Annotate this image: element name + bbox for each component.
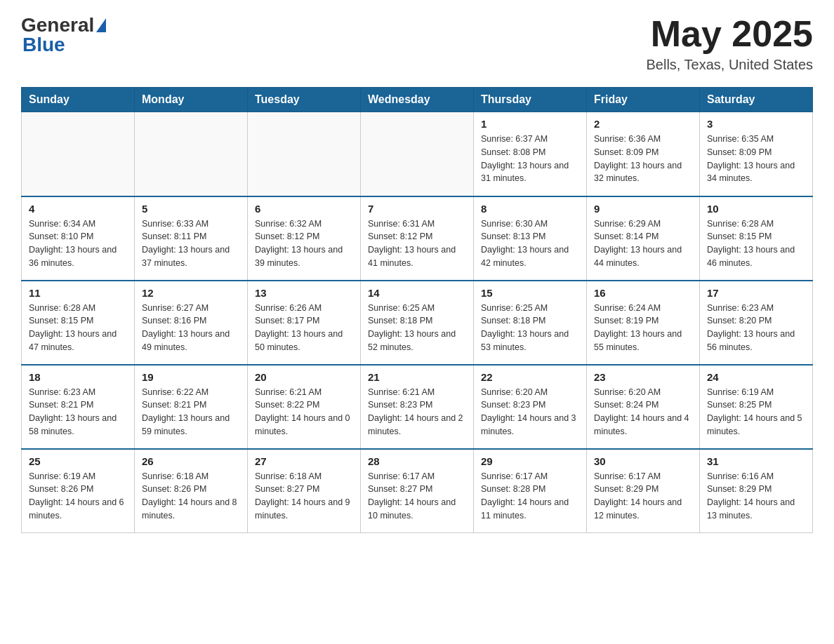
sun-info: Sunrise: 6:27 AM Sunset: 8:16 PM Dayligh… <box>142 302 240 354</box>
day-number: 1 <box>481 118 579 130</box>
sun-info: Sunrise: 6:20 AM Sunset: 8:24 PM Dayligh… <box>594 386 692 438</box>
calendar-day-cell <box>361 112 474 196</box>
day-number: 27 <box>255 455 353 467</box>
calendar-day-cell: 22Sunrise: 6:20 AM Sunset: 8:23 PM Dayli… <box>474 365 587 449</box>
calendar-week-row: 1Sunrise: 6:37 AM Sunset: 8:08 PM Daylig… <box>22 112 813 196</box>
calendar-day-cell <box>135 112 248 196</box>
day-number: 7 <box>368 203 466 215</box>
sun-info: Sunrise: 6:19 AM Sunset: 8:26 PM Dayligh… <box>29 470 127 523</box>
calendar-day-cell <box>248 112 361 196</box>
day-number: 14 <box>368 287 466 299</box>
sun-info: Sunrise: 6:16 AM Sunset: 8:29 PM Dayligh… <box>707 470 805 523</box>
day-number: 19 <box>142 371 240 383</box>
calendar-day-cell: 15Sunrise: 6:25 AM Sunset: 8:18 PM Dayli… <box>474 281 587 365</box>
day-of-week-header: Tuesday <box>248 88 361 112</box>
day-number: 9 <box>594 203 692 215</box>
day-of-week-header: Thursday <box>474 88 587 112</box>
day-number: 6 <box>255 203 353 215</box>
calendar-table: SundayMondayTuesdayWednesdayThursdayFrid… <box>21 87 813 533</box>
sun-info: Sunrise: 6:28 AM Sunset: 8:15 PM Dayligh… <box>707 217 805 270</box>
calendar-day-cell: 24Sunrise: 6:19 AM Sunset: 8:25 PM Dayli… <box>700 365 813 449</box>
calendar-day-cell: 6Sunrise: 6:32 AM Sunset: 8:12 PM Daylig… <box>248 196 361 281</box>
sun-info: Sunrise: 6:21 AM Sunset: 8:23 PM Dayligh… <box>368 386 466 438</box>
sun-info: Sunrise: 6:32 AM Sunset: 8:12 PM Dayligh… <box>255 217 353 270</box>
calendar-day-cell: 23Sunrise: 6:20 AM Sunset: 8:24 PM Dayli… <box>587 365 700 449</box>
calendar-day-cell: 2Sunrise: 6:36 AM Sunset: 8:09 PM Daylig… <box>587 112 700 196</box>
sun-info: Sunrise: 6:17 AM Sunset: 8:27 PM Dayligh… <box>368 470 466 523</box>
sun-info: Sunrise: 6:36 AM Sunset: 8:09 PM Dayligh… <box>594 133 692 185</box>
day-number: 23 <box>594 371 692 383</box>
sun-info: Sunrise: 6:25 AM Sunset: 8:18 PM Dayligh… <box>368 302 466 354</box>
page-header: General Blue May 2025 Bells, Texas, Unit… <box>21 14 813 73</box>
calendar-day-cell: 26Sunrise: 6:18 AM Sunset: 8:26 PM Dayli… <box>135 449 248 533</box>
calendar-week-row: 11Sunrise: 6:28 AM Sunset: 8:15 PM Dayli… <box>22 281 813 365</box>
calendar-day-cell: 14Sunrise: 6:25 AM Sunset: 8:18 PM Dayli… <box>361 281 474 365</box>
sun-info: Sunrise: 6:24 AM Sunset: 8:19 PM Dayligh… <box>594 302 692 354</box>
day-number: 30 <box>594 455 692 467</box>
calendar-day-cell: 30Sunrise: 6:17 AM Sunset: 8:29 PM Dayli… <box>587 449 700 533</box>
calendar-day-cell <box>22 112 135 196</box>
calendar-day-cell: 19Sunrise: 6:22 AM Sunset: 8:21 PM Dayli… <box>135 365 248 449</box>
day-number: 20 <box>255 371 353 383</box>
sun-info: Sunrise: 6:23 AM Sunset: 8:20 PM Dayligh… <box>707 302 805 354</box>
sun-info: Sunrise: 6:37 AM Sunset: 8:08 PM Dayligh… <box>481 133 579 185</box>
day-number: 18 <box>29 371 127 383</box>
sun-info: Sunrise: 6:18 AM Sunset: 8:27 PM Dayligh… <box>255 470 353 523</box>
calendar-day-cell: 12Sunrise: 6:27 AM Sunset: 8:16 PM Dayli… <box>135 281 248 365</box>
sun-info: Sunrise: 6:17 AM Sunset: 8:28 PM Dayligh… <box>481 470 579 523</box>
day-number: 25 <box>29 455 127 467</box>
calendar-day-cell: 13Sunrise: 6:26 AM Sunset: 8:17 PM Dayli… <box>248 281 361 365</box>
day-number: 8 <box>481 203 579 215</box>
sun-info: Sunrise: 6:20 AM Sunset: 8:23 PM Dayligh… <box>481 386 579 438</box>
day-number: 12 <box>142 287 240 299</box>
calendar-day-cell: 20Sunrise: 6:21 AM Sunset: 8:22 PM Dayli… <box>248 365 361 449</box>
calendar-week-row: 4Sunrise: 6:34 AM Sunset: 8:10 PM Daylig… <box>22 196 813 281</box>
day-number: 26 <box>142 455 240 467</box>
day-number: 31 <box>707 455 805 467</box>
day-number: 15 <box>481 287 579 299</box>
sun-info: Sunrise: 6:31 AM Sunset: 8:12 PM Dayligh… <box>368 217 466 270</box>
calendar-day-cell: 27Sunrise: 6:18 AM Sunset: 8:27 PM Dayli… <box>248 449 361 533</box>
day-of-week-header: Sunday <box>22 88 135 112</box>
sun-info: Sunrise: 6:34 AM Sunset: 8:10 PM Dayligh… <box>29 217 127 270</box>
sun-info: Sunrise: 6:35 AM Sunset: 8:09 PM Dayligh… <box>707 133 805 185</box>
day-number: 21 <box>368 371 466 383</box>
day-number: 16 <box>594 287 692 299</box>
calendar-day-cell: 25Sunrise: 6:19 AM Sunset: 8:26 PM Dayli… <box>22 449 135 533</box>
calendar-day-cell: 31Sunrise: 6:16 AM Sunset: 8:29 PM Dayli… <box>700 449 813 533</box>
calendar-day-cell: 4Sunrise: 6:34 AM Sunset: 8:10 PM Daylig… <box>22 196 135 281</box>
calendar-day-cell: 17Sunrise: 6:23 AM Sunset: 8:20 PM Dayli… <box>700 281 813 365</box>
calendar-day-cell: 18Sunrise: 6:23 AM Sunset: 8:21 PM Dayli… <box>22 365 135 449</box>
day-number: 24 <box>707 371 805 383</box>
sun-info: Sunrise: 6:26 AM Sunset: 8:17 PM Dayligh… <box>255 302 353 354</box>
sun-info: Sunrise: 6:33 AM Sunset: 8:11 PM Dayligh… <box>142 217 240 270</box>
sun-info: Sunrise: 6:29 AM Sunset: 8:14 PM Dayligh… <box>594 217 692 270</box>
month-year-title: May 2025 <box>646 14 813 54</box>
calendar-day-cell: 21Sunrise: 6:21 AM Sunset: 8:23 PM Dayli… <box>361 365 474 449</box>
calendar-day-cell: 5Sunrise: 6:33 AM Sunset: 8:11 PM Daylig… <box>135 196 248 281</box>
sun-info: Sunrise: 6:18 AM Sunset: 8:26 PM Dayligh… <box>142 470 240 523</box>
day-number: 29 <box>481 455 579 467</box>
day-of-week-header: Saturday <box>700 88 813 112</box>
day-number: 10 <box>707 203 805 215</box>
day-number: 22 <box>481 371 579 383</box>
sun-info: Sunrise: 6:30 AM Sunset: 8:13 PM Dayligh… <box>481 217 579 270</box>
location-subtitle: Bells, Texas, United States <box>646 57 813 73</box>
day-of-week-header: Friday <box>587 88 700 112</box>
sun-info: Sunrise: 6:28 AM Sunset: 8:15 PM Dayligh… <box>29 302 127 354</box>
logo: General Blue <box>21 14 108 56</box>
calendar-day-cell: 29Sunrise: 6:17 AM Sunset: 8:28 PM Dayli… <box>474 449 587 533</box>
sun-info: Sunrise: 6:22 AM Sunset: 8:21 PM Dayligh… <box>142 386 240 438</box>
sun-info: Sunrise: 6:25 AM Sunset: 8:18 PM Dayligh… <box>481 302 579 354</box>
day-number: 3 <box>707 118 805 130</box>
calendar-header-row: SundayMondayTuesdayWednesdayThursdayFrid… <box>22 88 813 112</box>
day-number: 4 <box>29 203 127 215</box>
title-section: May 2025 Bells, Texas, United States <box>646 14 813 73</box>
calendar-day-cell: 8Sunrise: 6:30 AM Sunset: 8:13 PM Daylig… <box>474 196 587 281</box>
calendar-day-cell: 28Sunrise: 6:17 AM Sunset: 8:27 PM Dayli… <box>361 449 474 533</box>
calendar-day-cell: 3Sunrise: 6:35 AM Sunset: 8:09 PM Daylig… <box>700 112 813 196</box>
logo-triangle-icon <box>96 18 106 32</box>
sun-info: Sunrise: 6:17 AM Sunset: 8:29 PM Dayligh… <box>594 470 692 523</box>
day-number: 17 <box>707 287 805 299</box>
sun-info: Sunrise: 6:21 AM Sunset: 8:22 PM Dayligh… <box>255 386 353 438</box>
